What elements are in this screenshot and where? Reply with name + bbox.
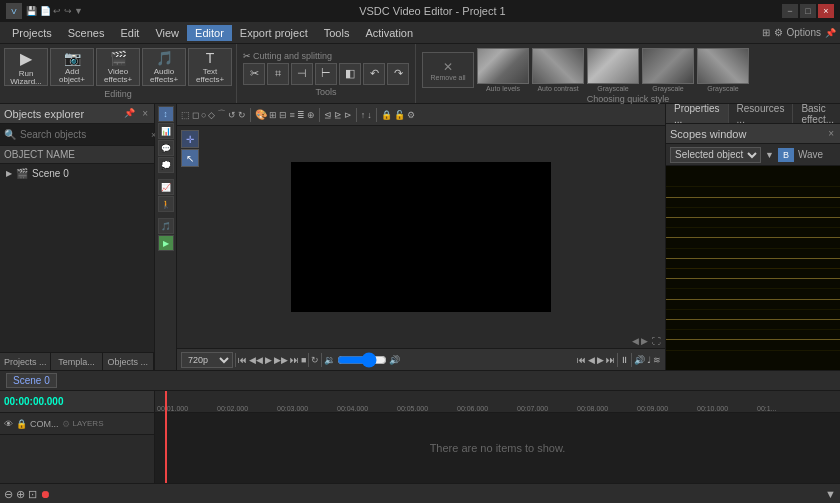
pb-extra7[interactable]: ♩: [647, 355, 651, 365]
eye-toggle[interactable]: 👁: [4, 419, 13, 429]
tb-align3[interactable]: ⊳: [344, 110, 352, 120]
scope-object-select[interactable]: Selected object: [670, 147, 761, 163]
tb-btn3[interactable]: ⊟: [279, 110, 287, 120]
vtool-speech2[interactable]: 💭: [158, 157, 174, 173]
circle-icon[interactable]: ○: [201, 110, 206, 120]
split-tool[interactable]: ⌗: [267, 63, 289, 85]
tc-zoom-out[interactable]: ⊖: [4, 488, 13, 501]
auto-contrast-thumb[interactable]: [532, 48, 584, 84]
color-picker[interactable]: 🎨: [255, 109, 267, 120]
nav-expand-icon[interactable]: ◀: [632, 336, 639, 346]
pb-extra4[interactable]: ⏭: [606, 355, 615, 365]
volume-slider[interactable]: [337, 355, 387, 365]
trim-tool[interactable]: ⊣: [291, 63, 313, 85]
diamond-icon[interactable]: ◇: [208, 110, 215, 120]
resolution-select[interactable]: 720p 1080p 480p: [181, 352, 233, 368]
menu-scenes[interactable]: Scenes: [60, 25, 113, 41]
text-effects-button[interactable]: T Texteffects+: [188, 48, 232, 86]
tb-align2[interactable]: ⊵: [334, 110, 342, 120]
auto-levels-thumb[interactable]: [477, 48, 529, 84]
tab-basic-effect[interactable]: Basic effect...: [793, 104, 840, 123]
cut-tool[interactable]: ✂: [243, 63, 265, 85]
tb-down[interactable]: ↓: [367, 110, 372, 120]
tab-resources[interactable]: Resources ...: [729, 104, 794, 123]
minimize-button[interactable]: −: [782, 4, 798, 18]
tb-btn4[interactable]: ≡: [289, 110, 294, 120]
remove-all-thumb[interactable]: ✕ Remove all: [422, 52, 474, 88]
menu-projects[interactable]: Projects: [4, 25, 60, 41]
vtool-move[interactable]: ↕: [158, 106, 174, 122]
curved-icon[interactable]: ↺: [228, 110, 236, 120]
tool6[interactable]: ↶: [363, 63, 385, 85]
pb-play[interactable]: ▶: [265, 355, 272, 365]
pb-rewind[interactable]: ◀◀: [249, 355, 263, 365]
vtool-bar[interactable]: 📈: [158, 179, 174, 195]
audio-effects-button[interactable]: 🎵 Audioeffects+: [142, 48, 186, 86]
arrow-tool[interactable]: ↖: [181, 149, 199, 167]
pb-vol-up[interactable]: 🔊: [389, 355, 400, 365]
run-wizard-button[interactable]: ▶ Run Wizard...: [4, 48, 48, 86]
grayscale1-thumb[interactable]: [587, 48, 639, 84]
cursor-tool[interactable]: ✛: [181, 130, 199, 148]
tool7[interactable]: ↷: [387, 63, 409, 85]
tool5[interactable]: ◧: [339, 63, 361, 85]
nav-right-icon[interactable]: ▶: [641, 336, 648, 346]
tb-gear[interactable]: ⚙: [407, 110, 415, 120]
menu-tools[interactable]: Tools: [316, 25, 358, 41]
tool4[interactable]: ⊢: [315, 63, 337, 85]
tb-btn5[interactable]: ≣: [297, 110, 305, 120]
menu-export[interactable]: Export project: [232, 25, 316, 41]
pin-button[interactable]: 📌: [122, 108, 137, 119]
grayscale3-thumb[interactable]: [697, 48, 749, 84]
tab-template[interactable]: Templa...: [51, 353, 102, 370]
tb-unlock[interactable]: 🔓: [394, 110, 405, 120]
scopes-close-button[interactable]: ×: [826, 128, 836, 139]
grayscale2-thumb[interactable]: [642, 48, 694, 84]
pb-extra3[interactable]: ▶: [597, 355, 604, 365]
pb-extra5[interactable]: ⏸: [620, 355, 629, 365]
pb-extra8[interactable]: ≋: [653, 355, 661, 365]
options-label[interactable]: Options: [787, 27, 821, 38]
pb-prev-frame[interactable]: ⏮: [238, 355, 247, 365]
pb-vol-down[interactable]: 🔉: [324, 355, 335, 365]
refresh-icon[interactable]: ↻: [238, 110, 246, 120]
tb-btn2[interactable]: ⊞: [269, 110, 277, 120]
vtool-chart[interactable]: 📊: [158, 123, 174, 139]
tc-zoom-in[interactable]: ⊕: [16, 488, 25, 501]
pb-next-frame[interactable]: ⏭: [290, 355, 299, 365]
vtool-speech[interactable]: 💬: [158, 140, 174, 156]
tc-fit[interactable]: ⊡: [28, 488, 37, 501]
menu-activation[interactable]: Activation: [357, 25, 421, 41]
window-controls[interactable]: − □ ×: [782, 4, 834, 18]
tb-align1[interactable]: ⊴: [324, 110, 332, 120]
pb-extra6[interactable]: 🔊: [634, 355, 645, 365]
pb-extra2[interactable]: ◀: [588, 355, 595, 365]
tb-lock[interactable]: 🔒: [381, 110, 392, 120]
lock-toggle[interactable]: 🔒: [16, 419, 27, 429]
pb-stop[interactable]: ■: [301, 355, 306, 365]
menu-edit[interactable]: Edit: [112, 25, 147, 41]
menu-view[interactable]: View: [147, 25, 187, 41]
add-object-button[interactable]: 📷 Addobject+: [50, 48, 94, 86]
video-effects-button[interactable]: 🎬 Videoeffects+: [96, 48, 140, 86]
tab-objects[interactable]: Objects ...: [103, 353, 154, 370]
pb-loop[interactable]: ↻: [311, 355, 319, 365]
menu-editor[interactable]: Editor: [187, 25, 232, 41]
tc-record[interactable]: ⏺: [40, 488, 51, 500]
pb-extra1[interactable]: ⏮: [577, 355, 586, 365]
nav-fullscreen-icon[interactable]: ⛶: [652, 336, 661, 346]
pin-icon[interactable]: 📌: [825, 28, 836, 38]
vtool-music[interactable]: 🎵: [158, 218, 174, 234]
close-explorer-button[interactable]: ×: [140, 108, 150, 119]
vtool-figure[interactable]: 🚶: [158, 196, 174, 212]
pb-forward[interactable]: ▶▶: [274, 355, 288, 365]
vtool-play[interactable]: ▶: [158, 235, 174, 251]
options-button[interactable]: ⚙: [774, 27, 783, 38]
tab-projects[interactable]: Projects ...: [0, 353, 51, 370]
maximize-button[interactable]: □: [800, 4, 816, 18]
freeform-icon[interactable]: ⌒: [217, 108, 226, 121]
tab-properties[interactable]: Properties ...: [666, 104, 729, 123]
close-button[interactable]: ×: [818, 4, 834, 18]
tb-btn6[interactable]: ⊕: [307, 110, 315, 120]
search-input[interactable]: [20, 129, 147, 140]
